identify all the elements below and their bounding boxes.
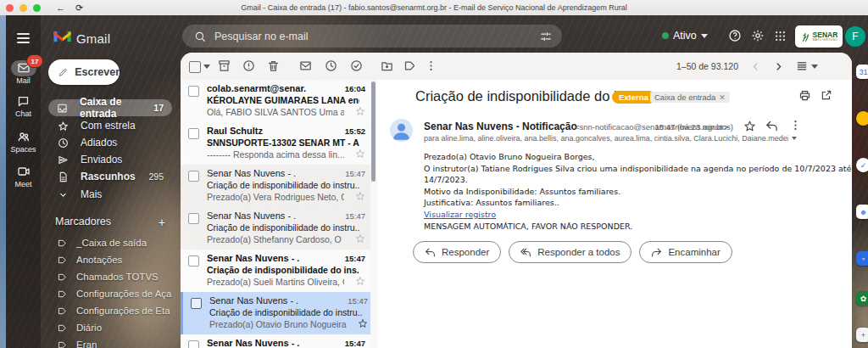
search-options-icon[interactable] — [540, 31, 552, 42]
email-row[interactable]: Senar Nas Nuvens - .15:47Criação de indi… — [181, 207, 370, 250]
row-sender: Senar Nas Nuvens - . — [207, 168, 334, 178]
select-caret-icon[interactable] — [203, 65, 210, 69]
tag-icon — [58, 255, 67, 265]
rail-label: Meet — [6, 180, 41, 188]
create-label-icon[interactable]: + — [159, 216, 165, 229]
browser-title: Gmail - Caixa de entrada (17) - fabio.sa… — [0, 3, 868, 12]
sidebar-item-adiados[interactable]: Adiados — [48, 134, 172, 151]
row-time: 15:52 — [345, 126, 365, 136]
inbox-icon — [57, 103, 68, 114]
sidebar-item-caixa-de-entrada[interactable]: Caixa de entrada17 — [48, 99, 172, 116]
row-star-icon[interactable] — [355, 106, 365, 116]
sender-avatar[interactable] — [390, 119, 413, 142]
star-message-icon[interactable] — [743, 120, 756, 132]
label-item-configura-es-de-eta[interactable]: Configurações de Eta — [58, 306, 173, 316]
message-more-icon[interactable] — [789, 119, 802, 132]
older-page-icon[interactable] — [773, 61, 784, 72]
mark-read-icon[interactable] — [299, 59, 312, 72]
recipients-row[interactable]: para aline.lima, aline.oliveira, ana.bel… — [424, 134, 797, 143]
gmail-logo-icon[interactable] — [53, 30, 71, 43]
search-icon[interactable] — [194, 31, 206, 42]
row-star-icon[interactable] — [355, 276, 365, 286]
delete-icon[interactable] — [267, 59, 280, 72]
sidebar-item-count: 295 — [148, 171, 164, 182]
row-star-icon[interactable] — [355, 191, 365, 201]
addon-green-icon[interactable]: ✿ — [856, 291, 868, 306]
email-row[interactable]: Senar Nas Nuvens - .15:47Criação de indi… — [181, 250, 370, 293]
google-apps-grid-icon[interactable] — [774, 30, 787, 42]
search-input[interactable]: Pesquisar no e-mail — [182, 25, 562, 48]
rail-item-chat[interactable]: Chat — [6, 95, 41, 118]
archive-icon[interactable] — [218, 59, 231, 72]
row-star-icon[interactable] — [355, 149, 365, 159]
select-all-checkbox[interactable] — [189, 61, 201, 73]
forward-button[interactable]: Encaminhar — [639, 241, 732, 263]
reply-button[interactable]: Responder — [413, 241, 501, 263]
more-actions-icon[interactable] — [425, 59, 437, 72]
list-scrollbar[interactable] — [370, 80, 377, 348]
recipients-caret-icon[interactable] — [792, 137, 797, 140]
rail-item-spaces[interactable]: Spaces — [6, 130, 41, 154]
print-icon[interactable] — [798, 89, 811, 102]
email-row[interactable]: colab.senarmt@senar.16:04KÉROLAYNE GUIMA… — [181, 80, 370, 123]
open-in-new-icon[interactable] — [821, 89, 832, 101]
label-icon[interactable] — [403, 59, 416, 72]
row-checkbox[interactable] — [188, 213, 199, 224]
rail-item-meet[interactable]: Meet — [6, 165, 41, 188]
remove-label-icon[interactable]: ✕ — [719, 93, 726, 102]
row-checkbox[interactable] — [188, 128, 199, 139]
message-body: Prezado(a) Otavio Bruno Nogueira Borges,… — [424, 151, 851, 232]
row-snippet: -------- Responda acima dessa lin... — [207, 149, 344, 160]
tasks-icon[interactable]: ✓ — [856, 158, 868, 172]
email-row[interactable]: Senar Nas Nuvens - .15:47Criação de indi… — [181, 165, 370, 208]
report-spam-icon[interactable] — [242, 59, 255, 72]
settings-gear-icon[interactable] — [751, 29, 765, 42]
label-item-di-rio[interactable]: Diário — [58, 323, 173, 333]
keep-icon[interactable] — [856, 111, 868, 126]
get-addons-icon[interactable]: + — [856, 328, 868, 342]
sidebar-item-mais[interactable]: Mais — [48, 186, 172, 203]
compose-button[interactable]: Escrever — [48, 59, 120, 85]
row-checkbox[interactable] — [188, 171, 199, 182]
calendar-icon[interactable]: 31 — [856, 65, 868, 79]
add-to-tasks-icon[interactable] — [350, 59, 363, 72]
inbox-label-chip[interactable]: Caixa de entrada ✕ — [650, 92, 730, 103]
split-pane-toggle-icon[interactable] — [796, 60, 818, 72]
row-star-icon[interactable] — [355, 233, 365, 244]
availability-status[interactable]: Ativo — [662, 30, 708, 42]
row-time: 15:47 — [345, 169, 365, 178]
reply-icon[interactable] — [765, 120, 778, 132]
email-row[interactable]: Senar Nas Nuvens - .15:47Criação de indi… — [181, 292, 373, 335]
account-avatar[interactable]: F — [845, 26, 865, 47]
snooze-icon[interactable] — [325, 59, 337, 72]
help-icon[interactable] — [728, 29, 742, 42]
addon-blue-icon[interactable]: ▫ — [856, 251, 868, 266]
sidebar-item-enviados[interactable]: Enviados — [48, 151, 172, 168]
view-record-link[interactable]: Visualizar registro — [424, 210, 496, 219]
scrollbar-thumb[interactable] — [371, 81, 376, 182]
label-item-chamados-totvs[interactable]: Chamados TOTVS — [58, 272, 173, 282]
label-item-eran[interactable]: Eran — [58, 340, 173, 348]
sidebar-item-label: Rascunhos — [81, 171, 136, 182]
label-text: Eran — [76, 340, 97, 348]
row-checkbox[interactable] — [188, 255, 199, 267]
row-checkbox[interactable] — [188, 86, 199, 97]
contacts-icon[interactable]: ☻ — [856, 205, 868, 219]
row-star-icon[interactable] — [358, 318, 368, 328]
main-menu-icon[interactable] — [17, 31, 30, 46]
email-row[interactable]: Senar Nas Nuvens - .15:47 — [181, 334, 370, 348]
row-snippet: Olá, FABIO SILVA SANTOS Uma ativida... — [207, 107, 344, 117]
row-checkbox[interactable] — [188, 340, 199, 348]
tag-icon — [58, 306, 67, 316]
label-item--caixa-de-sa-da[interactable]: _Caixa de saída — [58, 238, 173, 248]
label-item-configura-es-de-a-a[interactable]: Configurações de Aça — [58, 289, 173, 299]
row-checkbox[interactable] — [191, 298, 202, 309]
sidebar-item-rascunhos[interactable]: Rascunhos295 — [48, 168, 172, 185]
newer-page-icon[interactable] — [750, 61, 761, 72]
sidebar-item-com-estrela[interactable]: Com estrela — [48, 117, 172, 134]
reply-all-button[interactable]: Responder a todos — [509, 241, 632, 263]
chip-text: Caixa de entrada — [654, 93, 715, 102]
label-item-anota-es[interactable]: Anotações — [58, 255, 173, 265]
move-to-folder-icon[interactable] — [381, 59, 393, 72]
email-row[interactable]: Raul Schultz15:52SNNSUPORTE-13302 SENAR … — [181, 122, 370, 166]
